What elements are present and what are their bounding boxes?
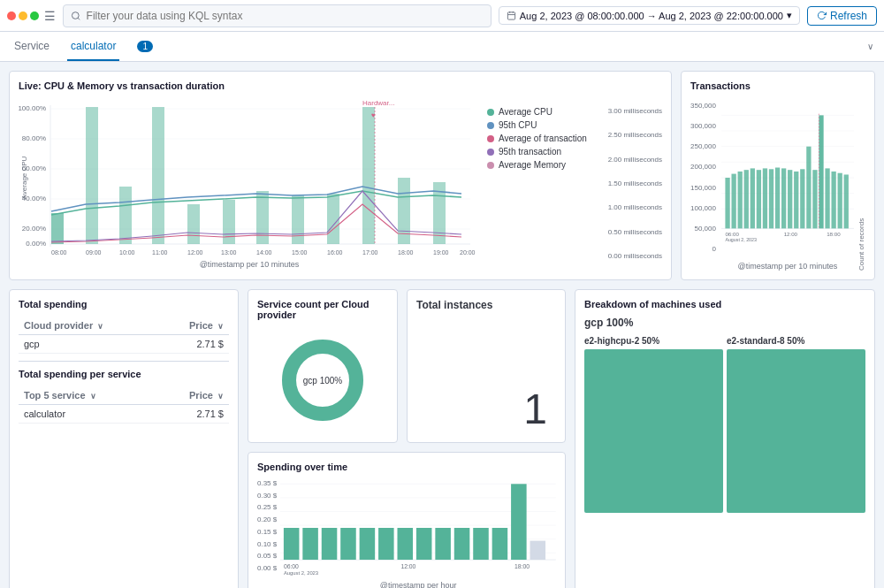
svg-text:17:00: 17:00 (362, 249, 378, 256)
svg-rect-72 (819, 115, 823, 228)
breakdown-bar-1-fill (584, 349, 723, 513)
total-instances-value: 1 (416, 318, 556, 433)
date-range-text: Aug 2, 2023 @ 08:00:00.000 → Aug 2, 2023… (520, 11, 783, 21)
cloud-provider-sort-icon[interactable]: ∨ (97, 322, 103, 331)
svg-text:12:00: 12:00 (187, 249, 203, 256)
svg-rect-70 (806, 147, 811, 229)
spending-over-time-inner: 0.35 $ 0.30 $ 0.25 $ 0.20 $ 0.15 $ 0.10 … (257, 479, 556, 588)
svg-rect-92 (303, 528, 319, 560)
price-sort-icon[interactable]: ∨ (217, 322, 224, 331)
svg-rect-101 (473, 528, 489, 560)
svg-text:16:00: 16:00 (327, 249, 343, 256)
minimize-dot[interactable] (19, 11, 27, 20)
svg-text:15:00: 15:00 (292, 249, 308, 256)
tab-service[interactable]: Service (11, 33, 53, 61)
mid-center-top: Service count per Cloud provider gcp 100… (248, 289, 566, 443)
avg-cpu-label: Average CPU (499, 107, 552, 117)
svg-rect-63 (763, 168, 767, 228)
svg-text:11:00: 11:00 (152, 249, 168, 256)
transactions-y-axis: 350,000 300,000 250,000 200,000 150,000 … (690, 98, 718, 271)
breakdown-card: Breakdown of machines used gcp 100% e2-h… (575, 289, 875, 588)
legend-avg-cpu: Average CPU (487, 107, 593, 117)
donut-svg: gcp 100% (278, 336, 367, 424)
svg-text:06:00: 06:00 (725, 231, 739, 237)
svg-text:12:00: 12:00 (401, 563, 416, 569)
svg-rect-93 (322, 528, 338, 560)
cpu-chart-title: Live: CPU & Memory vs transaction durati… (19, 80, 662, 91)
svg-text:13:00: 13:00 (221, 249, 237, 256)
donut-container: gcp 100% (257, 327, 388, 433)
expand-dot[interactable] (30, 11, 39, 20)
svg-rect-68 (794, 172, 798, 228)
svg-rect-64 (769, 169, 774, 228)
spending-over-time-card: Spending over time 0.35 $ 0.30 $ 0.25 $ … (248, 452, 566, 588)
avg-transaction-label: Average of transaction (499, 134, 587, 143)
refresh-icon (817, 11, 827, 20)
date-range-button[interactable]: Aug 2, 2023 @ 08:00:00.000 → Aug 2, 2023… (499, 6, 800, 25)
svg-rect-62 (757, 170, 761, 228)
col-cloud-provider[interactable]: Cloud provider ∨ (19, 317, 159, 335)
transactions-chart-title: Transactions (690, 80, 865, 91)
service-count-card: Service count per Cloud provider gcp 100… (248, 289, 398, 443)
svg-text:0.00%: 0.00% (26, 240, 46, 248)
svg-rect-99 (436, 528, 452, 560)
col-service-price[interactable]: Price ∨ (155, 386, 229, 405)
cpu-chart-container: 100.00% 80.00% 60.00% 40.00% 20.00% 0.00… (19, 98, 662, 269)
spending-x-axis-label: @timestamp per hour (280, 581, 556, 588)
breakdown-bar-2-fill (727, 349, 865, 513)
svg-rect-73 (825, 168, 829, 228)
tab-calculator[interactable]: calculator (67, 33, 119, 61)
date-chevron: ▾ (787, 10, 792, 21)
spending-over-time-title: Spending over time (257, 462, 556, 472)
svg-rect-67 (788, 170, 792, 228)
svg-text:12:00: 12:00 (784, 231, 798, 237)
breakdown-bar-1-label: e2-highcpu-2 50% (584, 336, 723, 346)
total-spending-table: Cloud provider ∨ Price ∨ gcp 2.71 $ (19, 317, 229, 354)
svg-line-1 (78, 18, 80, 19)
legend-95th-cpu: 95th CPU (487, 120, 593, 130)
svg-text:Hardwar...: Hardwar... (362, 99, 394, 107)
service-count-title: Service count per Cloud provider (257, 299, 388, 320)
svg-text:14:00: 14:00 (256, 249, 272, 256)
refresh-label: Refresh (830, 10, 867, 22)
svg-rect-91 (284, 528, 300, 560)
refresh-button[interactable]: Refresh (807, 6, 877, 26)
95th-transaction-label: 95th transaction (499, 147, 561, 157)
top-row: Live: CPU & Memory vs transaction durati… (9, 71, 875, 280)
service-price-sort-icon[interactable]: ∨ (217, 392, 224, 401)
svg-rect-19 (51, 213, 64, 244)
svg-rect-21 (119, 187, 132, 244)
avg-transaction-dot (487, 135, 494, 142)
svg-text:10:00: 10:00 (119, 249, 135, 256)
transactions-y-label: Count of records (857, 98, 865, 271)
breakdown-bar-2-label: e2-standard-8 50% (727, 336, 865, 346)
tab-chevron-icon[interactable]: ∨ (867, 42, 873, 51)
col-service[interactable]: Top 5 service ∨ (19, 386, 155, 405)
calendar-icon (507, 11, 516, 20)
svg-text:August 2, 2023: August 2, 2023 (284, 570, 318, 576)
svg-rect-27 (327, 194, 339, 244)
svg-text:18:00: 18:00 (827, 231, 841, 237)
svg-text:20:00: 20:00 (460, 249, 476, 256)
svg-text:19:00: 19:00 (433, 249, 449, 256)
spending-over-time-chart: 06:00 August 2, 2023 12:00 18:00 @timest… (280, 479, 556, 588)
menu-icon[interactable]: ☰ (44, 9, 56, 23)
search-box[interactable] (63, 4, 492, 27)
svg-rect-20 (86, 107, 98, 244)
legend-95th-transaction: 95th transaction (487, 147, 593, 157)
transactions-chart-card: Transactions 350,000 300,000 250,000 200… (681, 71, 875, 280)
svg-rect-97 (398, 528, 414, 560)
search-input[interactable] (87, 10, 484, 22)
svg-rect-103 (511, 484, 527, 560)
svg-rect-71 (812, 170, 817, 228)
95th-transaction-dot (487, 149, 494, 156)
service-sort-icon[interactable]: ∨ (90, 392, 96, 401)
close-dot[interactable] (7, 11, 16, 20)
svg-rect-23 (187, 204, 200, 244)
main-content: Live: CPU & Memory vs transaction durati… (0, 62, 884, 588)
col-price[interactable]: Price ∨ (159, 317, 229, 335)
breakdown-gcp-label: gcp 100% (584, 317, 865, 329)
svg-text:09:00: 09:00 (86, 249, 102, 256)
svg-text:20.00%: 20.00% (22, 225, 46, 233)
svg-text:80.00%: 80.00% (22, 134, 46, 142)
